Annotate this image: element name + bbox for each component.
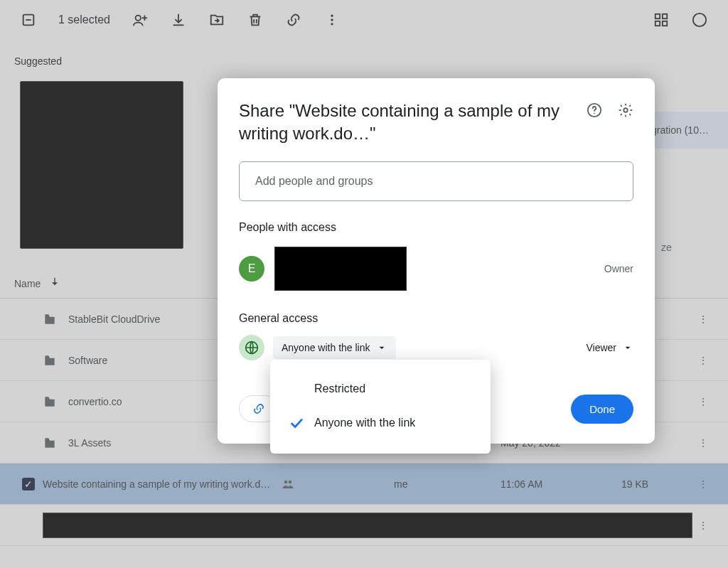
svg-point-20 [594,113,595,114]
caret-down-icon [622,342,633,353]
help-icon[interactable] [587,102,602,118]
dialog-title: Share "Website containing a sample of my… [239,100,578,146]
redacted-name [274,247,407,291]
dropdown-option-restricted[interactable]: Restricted [270,373,491,405]
avatar: E [239,256,264,282]
role-label: Owner [604,263,633,274]
people-section-title: People with access [239,221,633,234]
check-icon [289,415,304,431]
general-access-title: General access [239,312,633,325]
role-dropdown[interactable]: Viewer [586,342,633,353]
access-dropdown-menu: Restricted Anyone with the link [270,360,491,454]
globe-icon [239,335,264,360]
add-people-input[interactable]: Add people and groups [239,161,633,201]
dropdown-option-anyone[interactable]: Anyone with the link [270,405,491,441]
done-button[interactable]: Done [571,395,633,424]
gear-icon[interactable] [618,102,633,118]
access-dropdown[interactable]: Anyone with the link [273,336,396,359]
svg-point-21 [623,108,628,112]
link-icon [252,402,265,415]
person-row: E Owner [239,247,633,291]
caret-down-icon [376,342,387,353]
